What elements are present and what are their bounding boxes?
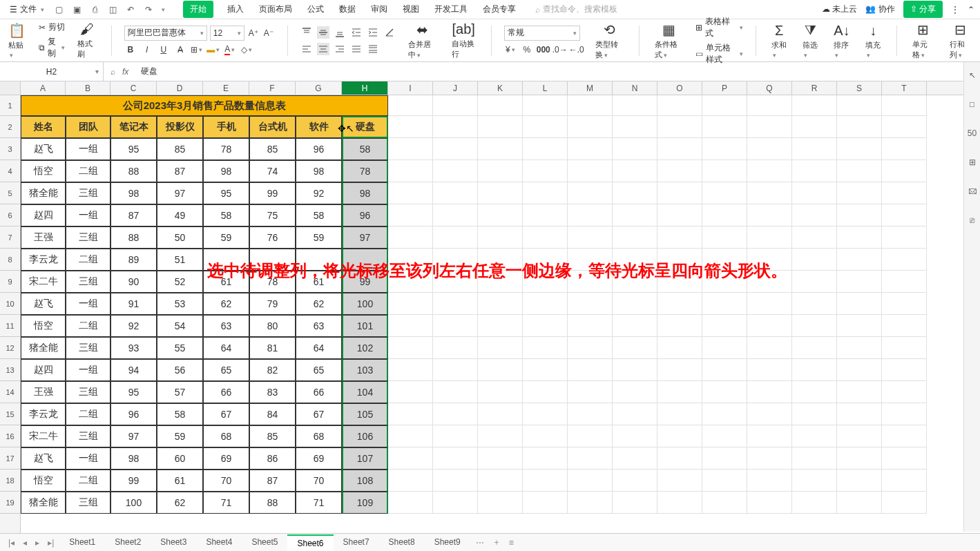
- more-icon[interactable]: ⋮: [951, 5, 959, 14]
- comma-icon[interactable]: 000: [537, 44, 550, 56]
- col-header-B[interactable]: B: [66, 81, 111, 95]
- properties-icon[interactable]: ⊞: [966, 156, 979, 168]
- data-cell[interactable]: 88: [249, 492, 296, 514]
- data-cell[interactable]: 92: [296, 182, 342, 204]
- strike-button[interactable]: A̶: [174, 44, 186, 56]
- data-cell[interactable]: 赵飞: [21, 138, 66, 160]
- data-cell[interactable]: 三组: [66, 492, 111, 514]
- header-cell[interactable]: 姓名: [21, 116, 66, 138]
- menu-tab-0[interactable]: 开始: [183, 1, 213, 18]
- sum-button[interactable]: Σ求和▾: [769, 21, 790, 60]
- data-cell[interactable]: 55: [157, 337, 203, 359]
- data-cell[interactable]: 猪全能: [21, 492, 66, 514]
- cursor-icon[interactable]: ↖: [966, 69, 979, 81]
- data-cell[interactable]: 悟空: [21, 160, 66, 182]
- data-cell[interactable]: 宋二牛: [21, 271, 66, 293]
- data-cell[interactable]: 52: [157, 271, 203, 293]
- data-cell[interactable]: 62: [157, 492, 203, 514]
- data-cell[interactable]: 87: [111, 204, 157, 226]
- data-cell[interactable]: 97: [157, 182, 203, 204]
- data-cell[interactable]: 96: [296, 138, 342, 160]
- col-header-T[interactable]: T: [882, 81, 927, 95]
- border-button[interactable]: ⊞▾: [191, 44, 203, 56]
- row-header-9[interactable]: 9: [0, 271, 20, 293]
- data-cell[interactable]: 60: [157, 447, 203, 470]
- data-cell[interactable]: 75: [249, 204, 296, 226]
- underline-button[interactable]: U: [157, 44, 170, 56]
- data-cell[interactable]: 一组: [66, 359, 111, 381]
- data-cell[interactable]: 95: [203, 182, 249, 204]
- data-cell[interactable]: 59: [296, 226, 342, 249]
- data-cell[interactable]: 81: [249, 337, 296, 359]
- highlight-button[interactable]: ◇▾: [240, 44, 253, 56]
- data-cell[interactable]: 三组: [66, 226, 111, 249]
- currency-icon[interactable]: ¥▾: [504, 44, 517, 56]
- data-cell[interactable]: 李云龙: [21, 249, 66, 271]
- row-header-8[interactable]: 8: [0, 249, 20, 271]
- row-header-15[interactable]: 15: [0, 403, 20, 425]
- data-cell[interactable]: 104: [342, 381, 388, 403]
- file-menu-button[interactable]: ☰ 文件 ▾: [6, 2, 48, 17]
- cells-area[interactable]: 公司2023年3月销售产品数量信息表姓名团队笔记本投影仪手机台式机软件硬盘赵飞一…: [21, 95, 980, 551]
- data-cell[interactable]: 98: [111, 182, 157, 204]
- data-cell[interactable]: 王强: [21, 381, 66, 403]
- data-cell[interactable]: 三组: [66, 381, 111, 403]
- data-cell[interactable]: 109: [342, 492, 388, 514]
- sort-button[interactable]: A↓排序▾: [831, 21, 852, 60]
- data-cell[interactable]: 67: [203, 403, 249, 425]
- data-cell[interactable]: 三组: [66, 271, 111, 293]
- col-header-E[interactable]: E: [203, 81, 249, 95]
- data-cell[interactable]: 98: [342, 182, 388, 204]
- col-header-H[interactable]: H: [342, 81, 388, 95]
- data-cell[interactable]: 83: [249, 381, 296, 403]
- data-cell[interactable]: 69: [203, 447, 249, 470]
- data-cell[interactable]: 100: [342, 293, 388, 315]
- data-cell[interactable]: 70: [203, 470, 249, 492]
- header-cell[interactable]: 团队: [66, 116, 111, 138]
- data-cell[interactable]: 64: [203, 337, 249, 359]
- merge-center-button[interactable]: ⬌ 合并居中▾: [405, 20, 439, 61]
- data-cell[interactable]: 99: [111, 470, 157, 492]
- data-cell[interactable]: 90: [111, 271, 157, 293]
- row-header-7[interactable]: 7: [0, 226, 20, 249]
- data-cell[interactable]: 58: [342, 138, 388, 160]
- data-cell[interactable]: 71: [296, 492, 342, 514]
- sheet-tab-Sheet2[interactable]: Sheet2: [105, 534, 151, 551]
- data-cell[interactable]: 102: [342, 337, 388, 359]
- prev-sheet-icon[interactable]: ◂: [20, 538, 30, 548]
- data-cell[interactable]: 85: [157, 138, 203, 160]
- bold-button[interactable]: B: [124, 44, 137, 56]
- col-header-F[interactable]: F: [249, 81, 296, 95]
- row-header-2[interactable]: 2: [0, 116, 20, 138]
- data-cell[interactable]: 79: [249, 293, 296, 315]
- data-cell[interactable]: 61: [157, 470, 203, 492]
- data-cell[interactable]: 二组: [66, 249, 111, 271]
- align-left-icon[interactable]: [300, 43, 313, 55]
- data-cell[interactable]: 87: [157, 160, 203, 182]
- data-cell[interactable]: 98: [203, 160, 249, 182]
- row-header-1[interactable]: 1: [0, 95, 20, 116]
- menu-tab-7[interactable]: 开发工具: [433, 1, 469, 18]
- data-cell[interactable]: 50: [157, 226, 203, 249]
- copy-button[interactable]: ⧉ 复制▾: [39, 36, 66, 59]
- data-cell[interactable]: 66: [296, 381, 342, 403]
- sheet-list-icon[interactable]: ≡: [506, 538, 517, 548]
- data-cell[interactable]: 92: [111, 315, 157, 337]
- sheet-tab-Sheet3[interactable]: Sheet3: [151, 534, 196, 551]
- header-cell[interactable]: 台式机: [249, 116, 296, 138]
- col-header-L[interactable]: L: [523, 81, 568, 95]
- print-icon[interactable]: ⎙: [88, 3, 101, 16]
- add-sheet-icon[interactable]: ＋: [490, 536, 503, 548]
- menu-tab-6[interactable]: 视图: [401, 1, 421, 18]
- row-header-17[interactable]: 17: [0, 447, 20, 470]
- font-size-select[interactable]: 12▾: [210, 26, 244, 41]
- fill-button[interactable]: ↓填充▾: [863, 21, 884, 60]
- col-header-G[interactable]: G: [296, 81, 342, 95]
- orientation-icon[interactable]: [383, 26, 396, 39]
- data-cell[interactable]: 65: [203, 359, 249, 381]
- data-cell[interactable]: 68: [296, 425, 342, 447]
- data-cell[interactable]: 74: [249, 160, 296, 182]
- col-header-A[interactable]: A: [21, 81, 66, 95]
- image-icon[interactable]: 🖂: [966, 185, 979, 197]
- data-cell[interactable]: 94: [111, 359, 157, 381]
